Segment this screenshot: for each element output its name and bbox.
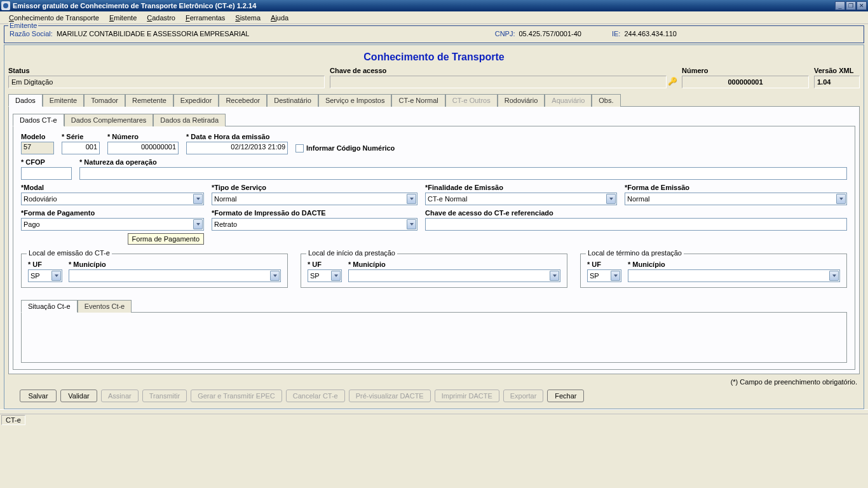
- informar-codigo-label: Informar Código Numérico: [306, 144, 395, 152]
- datahora-label: * Data e Hora da emissão: [186, 133, 288, 142]
- chevron-down-icon: [407, 219, 416, 229]
- informar-codigo-checkbox[interactable]: [295, 144, 304, 152]
- tab-expedidor[interactable]: Expedidor: [173, 94, 219, 107]
- chevron-down-icon: [51, 271, 61, 281]
- menu-emitente[interactable]: Emitente: [104, 13, 142, 23]
- uf-emissao-select[interactable]: SP: [28, 269, 62, 282]
- status-label: Status: [8, 67, 325, 76]
- window-titlebar: Emissor gratuito de Conhecimento de Tran…: [0, 0, 868, 11]
- local-inicio-group: Local de início da prestação * UF SP * M…: [301, 254, 567, 288]
- cnpj-value: 05.425.757/0001-40: [519, 30, 581, 37]
- local-emissao-group: Local de emissão do CT-e * UF SP * Munic…: [21, 254, 288, 288]
- menu-ferramentas[interactable]: Ferramentas: [180, 13, 230, 23]
- modal-select[interactable]: Rodoviário: [21, 193, 204, 205]
- chaveref-input[interactable]: [425, 218, 847, 231]
- subtab-dados-complementares[interactable]: Dados Complementares: [64, 114, 154, 126]
- ie-value: 244.463.434.110: [624, 30, 677, 37]
- imprimir-dacte-button: Imprimir DACTE: [435, 390, 499, 402]
- modal-label: *Modal: [21, 184, 204, 193]
- uf-inicio-select[interactable]: SP: [308, 269, 342, 282]
- menu-ajuda[interactable]: Ajuda: [266, 13, 294, 23]
- fechar-button[interactable]: Fechar: [547, 390, 584, 402]
- natureza-input[interactable]: [79, 167, 847, 180]
- tab-ct-e-outros: CT-e Outros: [445, 94, 498, 107]
- tab-recebedor[interactable]: Recebedor: [219, 94, 267, 107]
- cnpj-label: CNPJ:: [495, 30, 515, 37]
- natureza-label: * Natureza da operação: [79, 158, 847, 167]
- serie-input[interactable]: 001: [62, 142, 100, 154]
- main-tabstrip: DadosEmitenteTomadorRemetenteExpedidorRe…: [8, 93, 860, 106]
- formatodacte-select[interactable]: Retrato: [212, 218, 417, 231]
- close-button[interactable]: ✕: [857, 1, 867, 10]
- bottomtab-situa-o-ct-e[interactable]: Situação Ct-e: [21, 300, 78, 313]
- tab-remetente[interactable]: Remetente: [125, 94, 173, 107]
- statusbar: CT-e: [0, 414, 868, 425]
- sub-tab-content: Modelo 57 * Série 001 * Número 000000001…: [13, 126, 855, 370]
- assinar-button: Assinar: [101, 390, 139, 402]
- numero-label: Número: [682, 67, 809, 76]
- municipio-label: * Município: [628, 261, 840, 269]
- tab-tomador[interactable]: Tomador: [84, 94, 125, 107]
- numero-form-input[interactable]: 000000001: [107, 142, 179, 154]
- tab-servi-o-e-impostos[interactable]: Serviço e Impostos: [318, 94, 392, 107]
- uf-label: * UF: [28, 261, 62, 269]
- local-termino-group: Local de término da prestação * UF SP * …: [580, 254, 847, 288]
- numero-field: 000000001: [682, 76, 809, 88]
- menu-sistema[interactable]: Sistema: [230, 13, 266, 23]
- status-field: Em Digitação: [8, 76, 325, 88]
- sub-tabstrip: Dados CT-eDados ComplementaresDados da R…: [13, 113, 855, 126]
- salvar-button[interactable]: Salvar: [20, 390, 57, 402]
- municipio-emissao-select[interactable]: [69, 269, 281, 282]
- formaemissao-select[interactable]: Normal: [625, 193, 847, 205]
- chevron-down-icon: [270, 271, 280, 281]
- chaveref-label: Chave de acesso do CT-e referenciado: [425, 209, 847, 218]
- tab-rodovi-rio[interactable]: Rodoviário: [498, 94, 545, 107]
- tiposervico-select[interactable]: Normal: [212, 193, 417, 205]
- municipio-inicio-select[interactable]: [348, 269, 560, 282]
- cancelar-ct-e-button: Cancelar CT-e: [286, 390, 345, 402]
- chevron-down-icon: [407, 194, 416, 204]
- chevron-down-icon: [331, 271, 341, 281]
- formapag-tooltip: Forma de Pagamento: [128, 233, 204, 245]
- tab-ct-e-normal[interactable]: CT-e Normal: [391, 94, 445, 107]
- uf-label: * UF: [587, 261, 621, 269]
- chevron-down-icon: [193, 219, 203, 229]
- validar-button[interactable]: Validar: [60, 390, 97, 402]
- statusbar-text: CT-e: [1, 415, 25, 425]
- datahora-input[interactable]: 02/12/2013 21:09: [186, 142, 288, 154]
- formatodacte-label: *Formato de Impressão do DACTE: [212, 209, 417, 218]
- chevron-down-icon: [606, 194, 616, 204]
- ie-label: IE:: [612, 30, 620, 37]
- tiposervico-label: *Tipo de Serviço: [212, 184, 417, 193]
- municipio-termino-select[interactable]: [628, 269, 840, 282]
- tab-emitente[interactable]: Emitente: [43, 94, 84, 107]
- subtab-dados-da-retirada[interactable]: Dados da Retirada: [153, 114, 226, 126]
- formapag-select[interactable]: Pago: [21, 218, 204, 231]
- tab-dados[interactable]: Dados: [8, 94, 43, 107]
- emitente-fieldset: Emitente Razão Social: MARILUZ CONTABILI…: [4, 25, 864, 43]
- bottom-tab-content: [21, 312, 847, 363]
- minimize-button[interactable]: _: [835, 1, 845, 10]
- gerar-e-transmitir-epec-button: Gerar e Transmitir EPEC: [191, 390, 282, 402]
- panel-title: Conhecimento de Transporte: [8, 48, 860, 65]
- local-termino-legend: Local de término da prestação: [586, 249, 684, 257]
- versao-xml-field: 1.04: [814, 76, 860, 88]
- formapag-label: *Forma de Pagamento: [21, 209, 204, 218]
- main-tab-content: Dados CT-eDados ComplementaresDados da R…: [8, 106, 860, 374]
- versao-xml-label: Versão XML: [814, 67, 860, 76]
- tab-obs-[interactable]: Obs.: [592, 94, 620, 107]
- bottomtab-eventos-ct-e[interactable]: Eventos Ct-e: [78, 300, 132, 313]
- municipio-label: * Município: [348, 261, 560, 269]
- numero-form-label: * Número: [107, 133, 179, 142]
- uf-termino-select[interactable]: SP: [587, 269, 621, 282]
- chevron-down-icon: [550, 271, 559, 281]
- tab-destinat-rio[interactable]: Destinatário: [267, 94, 318, 107]
- menu-cadastro[interactable]: Cadastro: [142, 13, 180, 23]
- subtab-dados-ct-e[interactable]: Dados CT-e: [13, 114, 64, 126]
- cfop-input[interactable]: [21, 167, 72, 180]
- maximize-button[interactable]: ❐: [846, 1, 856, 10]
- serie-label: * Série: [62, 133, 100, 142]
- chave-acesso-field: [330, 76, 667, 88]
- chevron-down-icon: [829, 271, 839, 281]
- finalidade-select[interactable]: CT-e Normal: [425, 193, 617, 205]
